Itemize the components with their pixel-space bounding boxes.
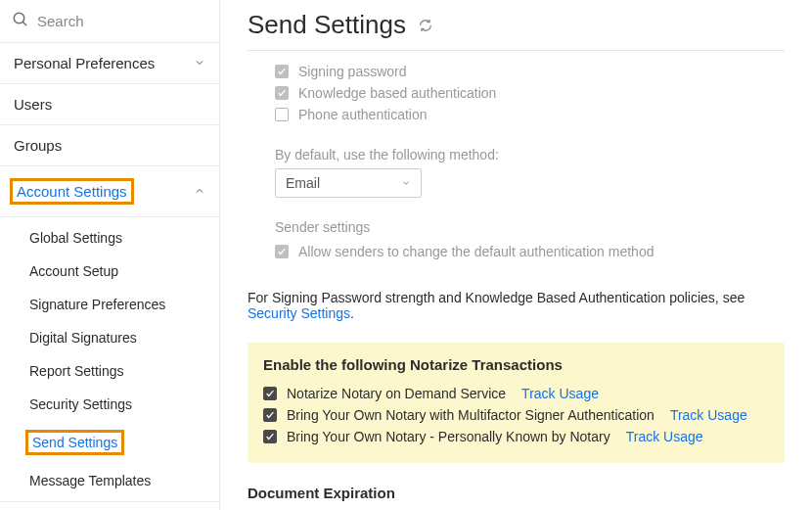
notarize-opt2-checkbox[interactable] [263,408,277,422]
auth-methods-section: Signing password Knowledge based authent… [248,61,785,262]
sidebar-subitem-digital-signatures[interactable]: Digital Signatures [0,321,219,354]
notarize-opt3-label: Bring Your Own Notary - Personally Known… [287,429,610,444]
signing-password-checkbox[interactable] [275,65,289,78]
phone-auth-row: Phone authentication [275,104,785,125]
policy-note: For Signing Password strength and Knowle… [248,290,785,321]
notarize-transactions-block: Enable the following Notarize Transactio… [248,343,785,463]
security-settings-link[interactable]: Security Settings [248,305,350,321]
chevron-up-icon [194,183,205,200]
sender-settings-label: Sender settings [275,219,785,235]
allow-senders-checkbox[interactable] [275,245,289,258]
signing-password-label: Signing password [298,64,407,79]
sidebar-item-users[interactable]: Users [0,84,219,125]
kba-label: Knowledge based authentication [298,85,496,101]
sidebar-item-account-settings[interactable]: Account Settings [0,166,219,217]
signing-password-row: Signing password [275,61,785,82]
sidebar-item-personal-preferences[interactable]: Personal Preferences [0,43,219,84]
search-row [0,0,219,43]
allow-senders-label: Allow senders to change the default auth… [298,244,654,259]
default-method-label: By default, use the following method: [275,147,785,162]
track-usage-link-2[interactable]: Track Usage [670,407,747,423]
chevron-down-icon [401,175,411,191]
notarize-opt1-label: Notarize Notary on Demand Service [287,386,506,401]
svg-line-1 [23,22,26,25]
notarize-opt1-checkbox[interactable] [263,387,277,400]
notarize-opt2-label: Bring Your Own Notary with Multifactor S… [287,407,654,423]
sidebar-item-groups[interactable]: Groups [0,125,219,166]
document-expiration-heading: Document Expiration [248,485,785,501]
kba-row: Knowledge based authentication [275,82,785,104]
search-icon [12,11,29,31]
sidebar-label-users: Users [14,96,52,113]
sidebar-subitem-report-settings[interactable]: Report Settings [0,354,219,388]
page-title: Send Settings [248,10,406,40]
sidebar-subitem-global-settings[interactable]: Global Settings [0,221,219,255]
search-input[interactable] [37,13,184,29]
default-method-select[interactable]: Email [275,168,422,198]
account-settings-subitems: Global Settings Account Setup Signature … [0,217,219,502]
track-usage-link-1[interactable]: Track Usage [521,386,599,401]
phone-auth-label: Phone authentication [298,107,428,122]
policy-prefix: For Signing Password strength and Knowle… [248,290,744,305]
kba-checkbox[interactable] [275,86,289,100]
sidebar-subitem-security-settings[interactable]: Security Settings [0,388,219,421]
track-usage-link-3[interactable]: Track Usage [626,429,703,444]
sidebar-subitem-message-templates[interactable]: Message Templates [0,464,219,497]
notarize-opt3-row: Bring Your Own Notary - Personally Known… [263,426,769,447]
sidebar-label-account-settings: Account Settings [10,178,134,205]
notarize-opt1-row: Notarize Notary on Demand Service Track … [263,383,769,404]
sidebar-subitem-send-settings[interactable]: Send Settings [0,421,219,464]
svg-point-0 [14,13,24,23]
notarize-opt3-checkbox[interactable] [263,430,277,443]
sidebar-label-groups: Groups [14,137,62,154]
main-content: Send Settings Signing password Knowledge… [220,0,812,510]
page-title-row: Send Settings [248,10,785,51]
refresh-icon[interactable] [418,10,433,40]
allow-senders-row: Allow senders to change the default auth… [275,241,785,262]
sidebar-label-personal-preferences: Personal Preferences [14,55,155,71]
notarize-heading: Enable the following Notarize Transactio… [263,356,769,373]
sidebar-subitem-account-setup[interactable]: Account Setup [0,255,219,288]
phone-auth-checkbox[interactable] [275,108,289,121]
sidebar-subitem-signature-preferences[interactable]: Signature Preferences [0,288,219,321]
sidebar: Personal Preferences Users Groups Accoun… [0,0,220,510]
default-method-value: Email [286,175,320,191]
chevron-down-icon [194,55,205,71]
notarize-opt2-row: Bring Your Own Notary with Multifactor S… [263,404,769,426]
sidebar-subitem-send-settings-label: Send Settings [25,430,124,455]
